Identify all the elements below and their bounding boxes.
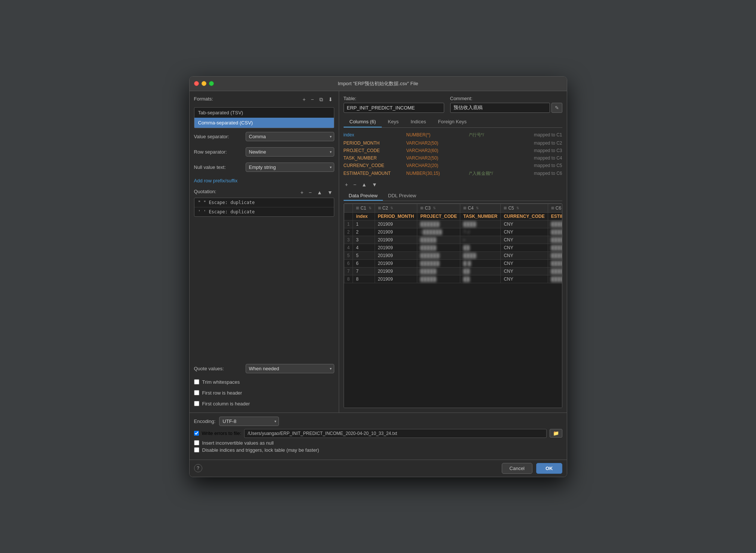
value-separator-row: Value separator: Comma ▾ (194, 132, 334, 141)
trim-whitespaces-label: Trim whitespaces (202, 379, 240, 385)
data-cell: ██████ (417, 251, 460, 259)
quotation-up-button[interactable]: ▲ (316, 189, 324, 196)
write-errors-path-input[interactable] (244, 429, 546, 438)
col-add-button[interactable]: + (344, 181, 350, 188)
formats-remove-button[interactable]: − (309, 96, 315, 104)
comment-section: Comment: ✎ (450, 96, 562, 113)
maximize-button[interactable] (209, 81, 214, 86)
formats-toolbar: + − ⧉ ⬇ (301, 96, 334, 104)
preview-tab-data[interactable]: Data Preview (344, 191, 383, 201)
import-dialog: Import "ERP预估初始化数据.csv" File Formats: + … (189, 76, 567, 477)
cancel-button[interactable]: Cancel (502, 463, 532, 474)
data-cell: 201909 (375, 259, 417, 267)
trim-whitespaces-checkbox[interactable] (194, 379, 199, 384)
add-row-prefix-button[interactable]: Add row prefix/suffix (194, 178, 334, 183)
col-down-button[interactable]: ▼ (371, 181, 379, 188)
close-button[interactable] (194, 81, 199, 86)
first-row-header-label: First row is header (202, 390, 242, 396)
column-row-estimated: ESTIMATED_AMOUNT NUMBER(30,15) /*入账金额*/ … (344, 169, 562, 178)
table-row: 88201909███████CNY████ (344, 275, 562, 283)
col-header-c3[interactable]: ⊞C3⇅ (417, 204, 460, 212)
row-number-cell: 5 (344, 251, 353, 259)
insert-inconvertible-row: Insert inconvertible values as null (194, 440, 562, 446)
col-comment-estimated: /*入账金额*/ (469, 170, 493, 177)
row-number-cell: 3 (344, 236, 353, 244)
column-row-period: PERIOD_MONTH VARCHAR2(50) mapped to C2 (344, 139, 562, 147)
null-value-row: Null value text: Empty string ▾ (194, 163, 334, 172)
disable-indices-label: Disable indices and triggers, lock table… (202, 447, 319, 453)
format-item-csv[interactable]: Comma-separated (CSV) (194, 118, 334, 128)
col-header-c6[interactable]: ⊞C6 (548, 204, 562, 212)
col-header-c5[interactable]: ⊞C5⇅ (501, 204, 548, 212)
value-separator-select[interactable]: Comma (246, 132, 334, 141)
first-col-header-label: First column is header (202, 401, 250, 407)
data-cell: 4 (353, 244, 375, 251)
row-separator-select[interactable]: Newline (246, 147, 334, 157)
quotation-remove-button[interactable]: − (307, 189, 313, 196)
col-remove-button[interactable]: − (352, 181, 358, 188)
tab-foreign-keys[interactable]: Foreign Keys (432, 117, 473, 127)
formats-paste-button[interactable]: ⬇ (327, 96, 334, 104)
formats-add-button[interactable]: + (301, 96, 307, 104)
insert-inconvertible-checkbox[interactable] (194, 440, 199, 445)
quotation-header: Quotation: + − ▲ ▼ (194, 189, 334, 196)
tab-columns[interactable]: Columns (6) (344, 117, 382, 127)
write-errors-checkbox[interactable] (194, 431, 199, 436)
table-name-input[interactable] (344, 103, 444, 113)
tab-indices[interactable]: Indices (405, 117, 432, 127)
tab-keys[interactable]: Keys (382, 117, 405, 127)
traffic-lights (194, 81, 214, 86)
disable-indices-checkbox[interactable] (194, 447, 199, 452)
table-label: Table: (344, 96, 444, 101)
quote-item-double[interactable]: " " Escape: duplicate (194, 198, 334, 207)
column-row-currency: CURRENCY_CODE VARCHAR2(20) mapped to C5 (344, 162, 562, 169)
ok-button[interactable]: OK (536, 463, 562, 474)
quotation-add-button[interactable]: + (299, 189, 305, 196)
columns-table: index NUMBER(*) /*行号*/ mapped to C1 PERI… (344, 131, 562, 178)
col-header-c1[interactable]: ⊞C1⇅ (353, 204, 375, 212)
data-cell: 6 (353, 259, 375, 267)
row-number-cell: 2 (344, 228, 353, 236)
formats-copy-button[interactable]: ⧉ (318, 96, 325, 104)
data-preview-container[interactable]: ⊞C1⇅ ⊞C2⇅ ⊞C3⇅ ⊞C4⇅ ⊞C5⇅ ⊞C6 indexPERIOD… (344, 203, 562, 408)
data-cell: 1██████ (417, 228, 460, 236)
encoding-select-wrapper: UTF-8 ▾ (219, 417, 279, 426)
data-cell: ████ (548, 228, 562, 236)
col-type-index: NUMBER(*) (406, 132, 466, 138)
format-item-tsv[interactable]: Tab-separated (TSV) (194, 108, 334, 118)
col-mapped-period: mapped to C2 (534, 140, 562, 146)
preview-table: ⊞C1⇅ ⊞C2⇅ ⊞C3⇅ ⊞C4⇅ ⊞C5⇅ ⊞C6 indexPERIOD… (344, 204, 562, 283)
quote-values-select[interactable]: When needed (246, 364, 334, 373)
bottom-buttons: ? Cancel OK (190, 460, 567, 477)
formats-header: Formats: + − ⧉ ⬇ (194, 96, 334, 104)
data-cell: 201909 (375, 228, 417, 236)
quote-item-single[interactable]: ' ' Escape: duplicate (194, 207, 334, 216)
data-cell: PERIOD_MONTH (375, 212, 417, 220)
minimize-button[interactable] (202, 81, 206, 86)
preview-tab-ddl[interactable]: DDL Preview (383, 191, 421, 201)
col-header-c4[interactable]: ⊞C4⇅ (460, 204, 501, 212)
data-cell: 7-J (460, 228, 501, 236)
encoding-row: Encoding: UTF-8 ▾ (194, 417, 562, 426)
row-number-cell (344, 212, 353, 220)
first-col-header-checkbox[interactable] (194, 401, 199, 406)
col-name-estimated: ESTIMATED_AMOUNT (344, 171, 403, 176)
row-number-cell: 1 (344, 220, 353, 228)
dialog-title: Import "ERP预估初始化数据.csv" File (338, 80, 418, 87)
encoding-select[interactable]: UTF-8 (219, 417, 279, 426)
data-cell: CNY (501, 251, 548, 259)
col-header-c2[interactable]: ⊞C2⇅ (375, 204, 417, 212)
col-name-currency: CURRENCY_CODE (344, 163, 403, 168)
quotation-down-button[interactable]: ▼ (326, 189, 334, 196)
null-value-select[interactable]: Empty string (246, 163, 334, 172)
browse-button[interactable]: 📁 (550, 429, 562, 438)
comment-edit-button[interactable]: ✎ (551, 103, 562, 113)
comment-input[interactable] (450, 103, 550, 113)
col-up-button[interactable]: ▲ (360, 181, 368, 188)
table-row: 33201909█████▪CNY████ (344, 236, 562, 244)
write-errors-row: Write errors to file: 📁 (194, 429, 562, 438)
help-button[interactable]: ? (194, 464, 202, 472)
first-row-header-checkbox[interactable] (194, 390, 199, 395)
col-mapped-index: mapped to C1 (534, 132, 562, 138)
data-cell: 1 (353, 220, 375, 228)
